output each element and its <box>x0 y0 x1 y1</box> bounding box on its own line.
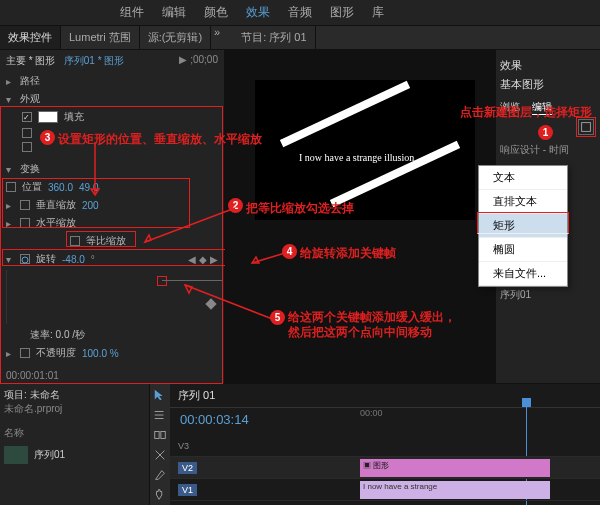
tab-browse[interactable]: 浏览 <box>500 100 520 115</box>
menu-item[interactable]: 图形 <box>330 4 354 21</box>
tab-lumetri[interactable]: Lumetri 范围 <box>61 26 140 49</box>
svg-rect-7 <box>161 432 165 439</box>
menu-item-active[interactable]: 效果 <box>246 4 270 21</box>
prop-position[interactable]: 位置 <box>22 180 42 194</box>
menu-rectangle[interactable]: 矩形 <box>479 214 567 238</box>
vscale-val[interactable]: 200 <box>82 200 99 211</box>
tab-effect-controls[interactable]: 效果控件 <box>0 26 61 49</box>
keyframe-toggle[interactable] <box>20 200 30 210</box>
responsive-design: 响应设计 - 时间 <box>500 143 596 157</box>
checkbox-fill[interactable] <box>22 112 32 122</box>
playhead-handle[interactable] <box>522 398 531 407</box>
rate-label: 速率: 0.0 /秒 <box>30 328 85 342</box>
ripple-icon[interactable] <box>153 428 167 442</box>
pos-y[interactable]: 49.0 <box>79 182 98 193</box>
selection-tool-icon[interactable] <box>153 388 167 402</box>
keyframe-toggle[interactable] <box>20 218 30 228</box>
badge-3: 3 <box>40 130 55 145</box>
seq-thumb[interactable] <box>4 446 28 464</box>
menu-vtext[interactable]: 直排文本 <box>479 190 567 214</box>
project-panel: 项目: 未命名 未命名.prproj 名称 序列01 <box>0 384 150 505</box>
effect-controls-panel: 主要 * 图形 序列01 * 图形 ▶ ;00;00 ▸路径 ▾外观 填充 ▾变… <box>0 50 225 383</box>
tab-source[interactable]: 源:(无剪辑) <box>140 26 211 49</box>
fill-swatch[interactable] <box>38 111 58 123</box>
tab-program[interactable]: 节目: 序列 01 <box>233 26 315 49</box>
timeline-panel: 序列 01 00:00:03:14 00:00 V3 V2 ▣ 图形 V1 I … <box>170 384 600 505</box>
menu-item[interactable]: 编辑 <box>162 4 186 21</box>
keyframe-toggle[interactable] <box>6 182 16 192</box>
prop-hscale[interactable]: 水平缩放 <box>36 216 76 230</box>
razor-icon[interactable] <box>153 448 167 462</box>
seq-item[interactable]: 序列01 <box>34 448 65 462</box>
project-file: 未命名.prproj <box>4 402 145 416</box>
prop-rotation[interactable]: 旋转 <box>36 252 56 266</box>
timeline-title[interactable]: 序列 01 <box>170 384 223 407</box>
prop-path[interactable]: 路径 <box>20 74 40 88</box>
program-monitor[interactable]: I now have a strange illusion <box>255 80 475 220</box>
panel-essential-graphics[interactable]: 基本图形 <box>500 77 596 92</box>
menu-fromfile[interactable]: 来自文件... <box>479 262 567 286</box>
pen-icon[interactable] <box>153 468 167 482</box>
svg-point-0 <box>22 257 28 263</box>
prop-transform: 变换 <box>20 162 40 176</box>
twirl-icon[interactable]: ▾ <box>6 164 14 175</box>
new-layer-button[interactable] <box>578 119 594 135</box>
checkbox-stroke[interactable] <box>22 128 32 138</box>
track-v1[interactable]: V1 <box>178 484 197 496</box>
menu-item[interactable]: 库 <box>372 4 384 21</box>
lib-item[interactable]: 序列01 <box>500 286 596 304</box>
svg-rect-6 <box>155 432 159 439</box>
prop-appearance: 外观 <box>20 92 40 106</box>
twirl-icon[interactable]: ▾ <box>6 254 14 265</box>
twirl-icon[interactable]: ▾ <box>6 94 14 105</box>
track-select-icon[interactable] <box>153 408 167 422</box>
panel-effects[interactable]: 效果 <box>500 58 596 73</box>
program-caption: I now have a strange illusion <box>299 152 414 163</box>
menu-ellipse[interactable]: 椭圆 <box>479 238 567 262</box>
rot-val[interactable]: -48.0 <box>62 254 85 265</box>
clip-graphic[interactable]: ▣ 图形 <box>360 459 550 477</box>
svg-rect-1 <box>582 123 591 132</box>
clip-video[interactable]: I now have a strange <box>360 481 550 499</box>
twirl-icon[interactable]: ▸ <box>6 76 14 87</box>
project-title[interactable]: 项目: 未命名 <box>4 388 145 402</box>
prop-opacity[interactable]: 不透明度 <box>36 346 76 360</box>
badge-1: 1 <box>538 125 553 140</box>
badge-5: 5 <box>270 310 285 325</box>
ec-timecode: 00:00:01:01 <box>6 370 59 381</box>
top-menu: 组件 编辑 颜色 效果 音频 图形 库 <box>0 0 600 26</box>
new-layer-menu: 文本 直排文本 矩形 椭圆 来自文件... <box>478 165 568 287</box>
prop-vscale[interactable]: 垂直缩放 <box>36 198 76 212</box>
ruler-label: 00:00 <box>360 408 383 418</box>
keyframe-toggle[interactable] <box>20 348 30 358</box>
panel-tab-bar: 效果控件 Lumetri 范围 源:(无剪辑) » 节目: 序列 01 <box>0 26 600 50</box>
menu-item[interactable]: 组件 <box>120 4 144 21</box>
pos-x[interactable]: 360.0 <box>48 182 73 193</box>
tool-column: T <box>150 384 170 505</box>
timeline-timecode[interactable]: 00:00:03:14 <box>170 408 600 431</box>
checkbox-uniform-scale[interactable] <box>70 236 80 246</box>
track-v2[interactable]: V2 <box>178 462 197 474</box>
col-name[interactable]: 名称 <box>4 426 145 440</box>
hand-icon[interactable] <box>153 488 167 502</box>
menu-item[interactable]: 音频 <box>288 4 312 21</box>
badge-2: 2 <box>228 198 243 213</box>
badge-4: 4 <box>282 244 297 259</box>
checkbox-shadow[interactable] <box>22 142 32 152</box>
menu-text[interactable]: 文本 <box>479 166 567 190</box>
clip-crumb: 主要 * 图形 序列01 * 图形 ▶ ;00;00 <box>0 50 224 72</box>
tab-edit[interactable]: 编辑 <box>532 100 552 115</box>
menu-item[interactable]: 颜色 <box>204 4 228 21</box>
keyframe-toggle-rotation[interactable] <box>20 254 30 264</box>
